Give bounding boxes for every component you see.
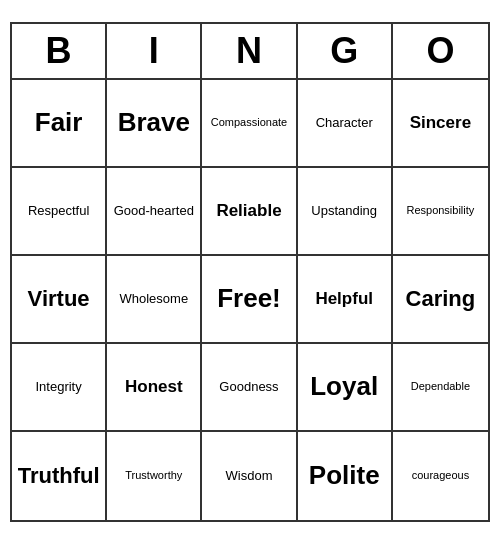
bingo-cell-21: Trustworthy bbox=[107, 432, 202, 520]
bingo-cell-6: Good-hearted bbox=[107, 168, 202, 256]
bingo-cell-1: Brave bbox=[107, 80, 202, 168]
bingo-cell-text-19: Dependable bbox=[411, 380, 470, 393]
bingo-cell-11: Wholesome bbox=[107, 256, 202, 344]
bingo-cell-text-24: courageous bbox=[412, 469, 470, 482]
bingo-cell-text-10: Virtue bbox=[28, 286, 90, 312]
bingo-cell-24: courageous bbox=[393, 432, 488, 520]
bingo-cell-text-6: Good-hearted bbox=[114, 203, 194, 219]
bingo-cell-text-1: Brave bbox=[118, 107, 190, 138]
bingo-cell-text-23: Polite bbox=[309, 460, 380, 491]
bingo-cell-10: Virtue bbox=[12, 256, 107, 344]
bingo-cell-0: Fair bbox=[12, 80, 107, 168]
bingo-cell-18: Loyal bbox=[298, 344, 393, 432]
header-letter-n: N bbox=[202, 24, 297, 78]
bingo-card: BINGO FairBraveCompassionateCharacterSin… bbox=[10, 22, 490, 522]
bingo-cell-19: Dependable bbox=[393, 344, 488, 432]
bingo-cell-text-18: Loyal bbox=[310, 371, 378, 402]
header-letter-g: G bbox=[298, 24, 393, 78]
header-letter-i: I bbox=[107, 24, 202, 78]
bingo-cell-text-11: Wholesome bbox=[119, 291, 188, 307]
bingo-cell-text-5: Respectful bbox=[28, 203, 89, 219]
bingo-cell-5: Respectful bbox=[12, 168, 107, 256]
bingo-cell-2: Compassionate bbox=[202, 80, 297, 168]
bingo-cell-text-2: Compassionate bbox=[211, 116, 287, 129]
bingo-cell-22: Wisdom bbox=[202, 432, 297, 520]
bingo-cell-8: Upstanding bbox=[298, 168, 393, 256]
bingo-cell-23: Polite bbox=[298, 432, 393, 520]
bingo-cell-7: Reliable bbox=[202, 168, 297, 256]
bingo-cell-text-12: Free! bbox=[217, 283, 281, 314]
header-letter-o: O bbox=[393, 24, 488, 78]
bingo-grid: FairBraveCompassionateCharacterSincereRe… bbox=[12, 80, 488, 520]
bingo-cell-text-8: Upstanding bbox=[311, 203, 377, 219]
bingo-cell-text-17: Goodness bbox=[219, 379, 278, 395]
bingo-cell-text-22: Wisdom bbox=[226, 468, 273, 484]
bingo-cell-12: Free! bbox=[202, 256, 297, 344]
bingo-cell-3: Character bbox=[298, 80, 393, 168]
bingo-cell-text-7: Reliable bbox=[216, 201, 281, 221]
bingo-cell-text-15: Integrity bbox=[35, 379, 81, 395]
bingo-cell-text-4: Sincere bbox=[410, 113, 471, 133]
bingo-cell-text-14: Caring bbox=[406, 286, 476, 312]
bingo-cell-4: Sincere bbox=[393, 80, 488, 168]
bingo-cell-20: Truthful bbox=[12, 432, 107, 520]
bingo-cell-9: Responsibility bbox=[393, 168, 488, 256]
bingo-cell-text-20: Truthful bbox=[18, 463, 100, 489]
bingo-cell-15: Integrity bbox=[12, 344, 107, 432]
bingo-cell-17: Goodness bbox=[202, 344, 297, 432]
bingo-cell-text-3: Character bbox=[316, 115, 373, 131]
bingo-cell-16: Honest bbox=[107, 344, 202, 432]
bingo-cell-text-13: Helpful bbox=[315, 289, 373, 309]
bingo-cell-text-9: Responsibility bbox=[406, 204, 474, 217]
bingo-cell-text-21: Trustworthy bbox=[125, 469, 182, 482]
header-letter-b: B bbox=[12, 24, 107, 78]
bingo-cell-14: Caring bbox=[393, 256, 488, 344]
bingo-cell-text-0: Fair bbox=[35, 107, 83, 138]
bingo-cell-13: Helpful bbox=[298, 256, 393, 344]
bingo-header: BINGO bbox=[12, 24, 488, 80]
bingo-cell-text-16: Honest bbox=[125, 377, 183, 397]
